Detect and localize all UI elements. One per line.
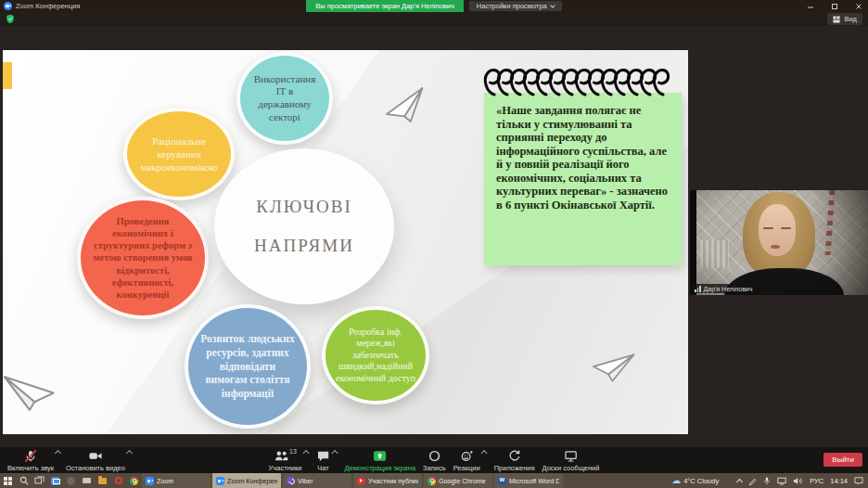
whiteboard-icon — [563, 449, 578, 463]
chrome-icon — [428, 477, 436, 485]
chat-options-chevron[interactable] — [331, 450, 338, 456]
close-icon[interactable] — [855, 3, 862, 10]
pinned-keyboard-app[interactable] — [79, 473, 95, 488]
security-shield-icon[interactable] — [6, 14, 15, 24]
chat-button[interactable]: Чат — [315, 447, 330, 473]
screen-share-banner-area: Вы просматриваете экран Дар'я Неліпович … — [0, 0, 868, 12]
spiral-binding-icon — [482, 67, 681, 98]
folder-icon — [98, 478, 107, 484]
paper-plane-icon — [379, 86, 430, 130]
pinned-file-explorer[interactable] — [95, 473, 110, 488]
taskbar-app-word[interactable]: Microsoft Word Doc... — [494, 473, 563, 488]
slide-center-title: КЛЮЧОВІ НАПРЯМИ — [214, 148, 394, 304]
start-button[interactable] — [0, 473, 16, 488]
meeting-toolbar: Включить звук Остановить видео — [0, 447, 868, 473]
microphone-muted-icon — [23, 449, 38, 463]
reactions-button[interactable]: Реакции — [453, 447, 480, 473]
video-camera-icon — [88, 449, 103, 463]
share-screen-button[interactable]: Демонстрация экрана — [344, 447, 415, 473]
restore-icon[interactable] — [831, 3, 838, 10]
participants-button[interactable]: 13 Участники — [269, 447, 302, 473]
record-button[interactable]: Запись — [423, 447, 446, 473]
video-letterbox — [690, 190, 696, 295]
view-settings-button[interactable]: Настройки просмотра — [469, 1, 562, 11]
leave-meeting-button[interactable]: Выйти — [823, 453, 862, 467]
windows-logo-icon — [4, 477, 12, 485]
shared-screen-area: Використання ІТ в державному секторі Рац… — [0, 26, 868, 447]
search-button[interactable] — [16, 473, 32, 488]
bubble-info-networks: Розробка інф. мереж,які забезпечать швид… — [322, 306, 429, 405]
paper-plane-icon — [4, 371, 58, 414]
participants-options-chevron[interactable] — [302, 450, 309, 456]
pinned-mail-app[interactable] — [47, 473, 63, 488]
participants-icon — [274, 449, 288, 463]
audio-signal-icon — [695, 286, 701, 292]
clock[interactable]: 14:14 — [830, 477, 848, 485]
smiley-icon — [459, 449, 474, 463]
chevron-down-icon — [550, 3, 555, 8]
viber-icon — [287, 477, 295, 485]
paper-plane-icon — [589, 349, 634, 385]
participant-name: Дар'я Неліпович — [704, 286, 753, 292]
viewing-screen-banner: Вы просматриваете экран Дар'я Неліпович — [306, 0, 464, 12]
chat-bubble-icon — [315, 449, 330, 463]
bubble-label: Раціональне керування макроекономікою — [136, 135, 222, 174]
task-view-button[interactable] — [32, 473, 47, 488]
apps-button[interactable]: Приложения — [494, 447, 535, 473]
mail-icon — [51, 477, 59, 485]
slide-edge-tab — [3, 62, 12, 89]
video-options-chevron[interactable] — [126, 450, 133, 456]
keyboard-icon — [83, 478, 91, 483]
microphone-tray-icon[interactable] — [763, 477, 771, 485]
cloud-icon: ☁ — [671, 476, 681, 485]
task-view-icon — [34, 476, 45, 485]
windows-taskbar: Zoom Zoom Конференция Viber Участник пуб… — [0, 473, 868, 488]
language-indicator[interactable]: РУС — [810, 477, 823, 485]
bubble-reforms: Проведення економічних і структурних реф… — [77, 197, 209, 319]
network-display-icon[interactable] — [777, 477, 786, 485]
pinned-app[interactable] — [63, 473, 79, 488]
bubble-it-public-sector: Використання ІТ в державному секторі — [236, 52, 333, 145]
quote-note: «Наше завдання полягає не тільки у стиму… — [484, 93, 682, 265]
bubble-label: Проведення економічних і структурних реф… — [90, 215, 196, 301]
participant-video-tile[interactable]: Дар'я Неліпович — [690, 190, 868, 295]
meeting-top-strip: Вид — [0, 12, 868, 26]
video-background — [696, 190, 868, 295]
stop-video-button[interactable]: Остановить видео — [66, 447, 125, 473]
word-icon — [498, 477, 506, 485]
pinned-chrome[interactable] — [126, 473, 142, 488]
zoom-icon — [146, 477, 154, 485]
taskbar-app-chrome[interactable]: Google Chrome — [424, 473, 492, 488]
taskbar-app-zoom[interactable]: Zoom — [142, 473, 211, 488]
taskbar-app-publisher[interactable]: Участник публикац... — [353, 473, 422, 488]
zoom-icon — [216, 477, 224, 485]
vignette — [696, 190, 868, 295]
participants-count-badge: 13 — [289, 448, 297, 455]
search-icon — [19, 476, 29, 485]
minimize-icon[interactable] — [807, 3, 814, 10]
participant-name-tag: Дар'я Неліпович — [692, 284, 756, 293]
taskbar-app-viber[interactable]: Viber — [283, 473, 351, 488]
taskbar-app-zoom-meeting[interactable]: Zoom Конференция — [212, 473, 281, 488]
bubble-label: Розробка інф. мереж,які забезпечать швид… — [335, 327, 416, 385]
pinned-opera[interactable] — [110, 473, 126, 488]
bubble-human-resources: Розвиток людських ресурсів, здатних відп… — [185, 304, 311, 429]
reactions-options-chevron[interactable] — [481, 450, 488, 456]
bubble-label: Розвиток людських ресурсів, здатних відп… — [198, 332, 298, 402]
unmute-button[interactable]: Включить звук — [7, 447, 54, 473]
bubble-macroeconomics: Раціональне керування макроекономікою — [123, 108, 235, 200]
title-bar: Zoom Конференция Вы просматриваете экран… — [0, 0, 868, 12]
weather-widget[interactable]: ☁ 4°C Cloudy — [671, 473, 719, 488]
action-center-icon[interactable] — [854, 477, 863, 485]
apps-icon — [507, 449, 522, 463]
hidden-icons-chevron[interactable] — [736, 478, 743, 484]
bubble-label: Використання ІТ в державному секторі — [249, 73, 320, 124]
pen-icon[interactable] — [748, 477, 757, 485]
mic-options-chevron[interactable] — [55, 450, 61, 456]
volume-icon[interactable] — [793, 477, 803, 485]
presentation-slide: Використання ІТ в державному секторі Рац… — [3, 50, 688, 434]
whiteboards-button[interactable]: Доски сообщений — [542, 447, 600, 473]
app-icon — [357, 477, 365, 485]
view-mode-button[interactable]: Вид — [827, 13, 862, 25]
app-icon — [67, 477, 75, 485]
